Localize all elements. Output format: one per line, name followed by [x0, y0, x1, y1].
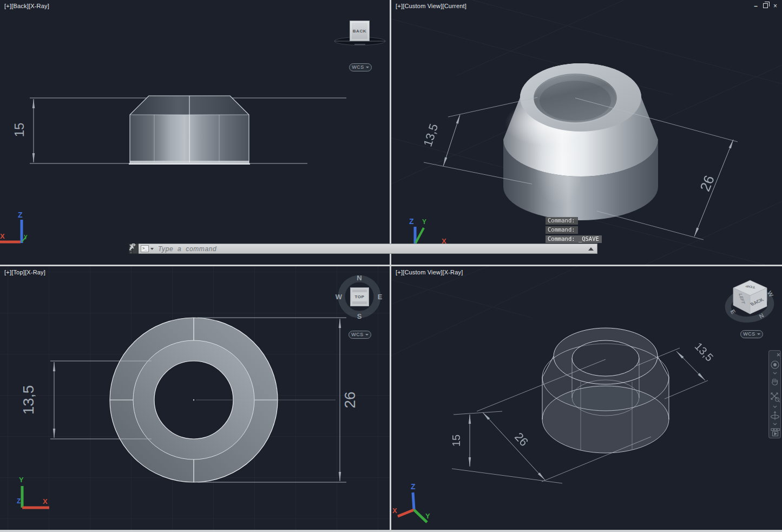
viewport-back[interactable]: 15 X: [0, 0, 390, 265]
viewport-label-custom-xray[interactable]: [+][Custom View][X-Ray]: [396, 269, 463, 275]
axis-z-label: Z: [411, 482, 416, 491]
restore-icon: [763, 3, 768, 8]
part-xray-iso[interactable]: [542, 328, 669, 453]
command-input-area: >_: [139, 244, 597, 254]
window-controls: – ×: [752, 2, 779, 10]
dim-text-outer: 26: [512, 430, 531, 449]
dim-text-height: 15: [12, 123, 27, 137]
pan-hand-icon[interactable]: [772, 379, 778, 385]
chevron-down-icon[interactable]: [773, 406, 777, 408]
axis-x-label: X: [43, 497, 48, 505]
viewport-custom-xray[interactable]: 26 15 13,5 TOP LEFT BACK E N: [391, 266, 782, 530]
dim-text-hole: 13,5: [420, 122, 441, 148]
viewcube-face-top-inner: TOP: [352, 292, 367, 301]
part-top-view[interactable]: [110, 318, 336, 482]
wcs-dropdown[interactable]: WCS: [740, 330, 763, 338]
compass-e[interactable]: E: [378, 293, 383, 301]
full-navigation-wheel-icon[interactable]: [771, 361, 779, 369]
viewport-top[interactable]: 13,5 26 N E S W Y X Z: [0, 266, 390, 530]
dim-text-outer: 26: [341, 391, 358, 408]
compass-w[interactable]: W: [336, 293, 343, 301]
chevron-down-icon: [366, 67, 369, 68]
axis-z-label: Z: [409, 217, 414, 226]
wcs-label: WCS: [743, 331, 755, 337]
viewport-label-back[interactable]: [+][Back][X-Ray]: [4, 3, 49, 9]
showmotion-icon[interactable]: [771, 429, 780, 436]
compass-s[interactable]: S: [357, 312, 362, 320]
wcs-dropdown[interactable]: WCS: [349, 63, 372, 71]
viewcube-3d[interactable]: TOP LEFT BACK E N W: [726, 280, 775, 322]
axis-y-label: Y: [425, 512, 430, 520]
zoom-icon[interactable]: [771, 393, 780, 402]
axis-z-label: Z: [17, 497, 21, 505]
chevron-down-icon: [757, 333, 760, 335]
dim-text-height: 15: [450, 435, 462, 446]
perspective-grid: [391, 266, 578, 356]
axis-x-label: X: [392, 507, 397, 515]
axis-z-label: Z: [18, 211, 23, 219]
xray-iso-drawing: 26 15 13,5 TOP LEFT BACK E N: [391, 266, 782, 530]
ucs-icon-back: X Z Y: [0, 211, 28, 243]
part-shaded-view[interactable]: [503, 63, 658, 220]
axis-y-label: Y: [422, 218, 426, 226]
navigation-bar-icons: [769, 351, 781, 439]
back-view-drawing: 15 X: [0, 0, 390, 265]
part-back-view[interactable]: [129, 96, 250, 164]
top-view-drawing: 13,5 26 N E S W Y X Z: [0, 266, 390, 530]
command-line-bar: >_: [129, 244, 597, 254]
command-input[interactable]: [158, 245, 588, 253]
chevron-down-icon[interactable]: [773, 372, 777, 374]
axis-x-label: X: [0, 232, 5, 240]
viewport-label-top[interactable]: [+][Top][X-Ray]: [4, 269, 45, 275]
viewcube-face-top[interactable]: TOP: [350, 287, 369, 306]
axis-y-label: Y: [24, 234, 28, 240]
compass-n[interactable]: N: [357, 274, 362, 282]
ucs-icon-custom: Z Y X: [409, 217, 446, 247]
navigation-bar: [768, 350, 781, 438]
ucs-icon-iso: Z X Y: [392, 482, 430, 522]
close-button[interactable]: ×: [772, 2, 779, 10]
expand-history-icon[interactable]: [588, 247, 594, 251]
wcs-dropdown[interactable]: WCS: [349, 331, 371, 339]
wcs-label: WCS: [352, 64, 364, 70]
orbit-icon[interactable]: [771, 412, 779, 421]
command-history-line: Command:: [546, 217, 578, 225]
command-history: Command: Command: Command: _QSAVE: [546, 217, 602, 245]
command-history-line: Command: _QSAVE: [546, 235, 602, 243]
axis-y-label: Y: [19, 476, 24, 484]
navbar-close-icon[interactable]: [777, 353, 780, 356]
minimize-button[interactable]: –: [752, 2, 759, 10]
viewport-label-custom-current[interactable]: [+][Custom View][Current]: [396, 3, 466, 9]
chevron-down-icon: [365, 334, 369, 336]
command-prompt-icon[interactable]: >_: [141, 245, 149, 252]
wcs-label: WCS: [351, 332, 364, 337]
ucs-icon-top: Y X Z: [17, 476, 49, 508]
chevron-down-icon[interactable]: [150, 248, 154, 250]
restore-button[interactable]: [762, 2, 769, 10]
chevron-down-icon[interactable]: [773, 423, 777, 425]
dim-text-hole: 13,5: [693, 340, 716, 363]
application-canvas: 15 X: [0, 0, 782, 532]
customize-wrench-icon[interactable]: [129, 244, 136, 251]
viewcube-face-back[interactable]: BACK: [350, 21, 370, 41]
dim-text-hole: 13,5: [20, 385, 37, 415]
command-history-line: Command:: [546, 226, 578, 234]
dim-text-outer: 26: [696, 173, 718, 194]
command-bar-tools: [133, 244, 139, 254]
